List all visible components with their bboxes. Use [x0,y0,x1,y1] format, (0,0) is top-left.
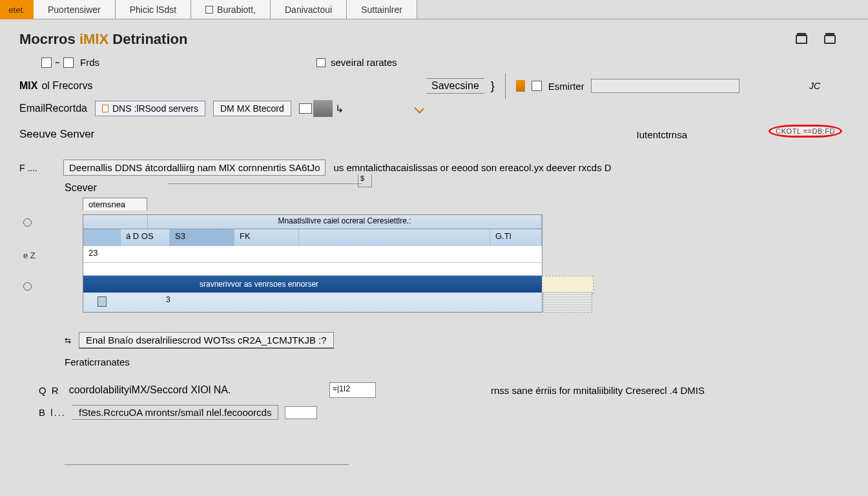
dm-mx-record-field[interactable]: DM MX Btecord [213,101,291,116]
main-panel: Mocrros iMlX Detrination Frds seveiral r… [0,19,868,496]
row-server: Seeuve Senver Iutentctrnsa CKOTL ==DB:FD [19,126,849,143]
description-trail: us emntalicthacaislissas or eeood son er… [333,162,611,173]
page-title: Mocrros iMlX Detrination [19,31,187,48]
cell-num: 23 [83,246,121,262]
qr-value-box[interactable]: =|1I2 [329,382,376,398]
error-badge[interactable]: CKOTL ==DB:FD [769,125,842,136]
qr-lead: Q R [39,385,60,396]
dns-servers-text: DNS :lRSood servers [112,103,198,114]
toolbar-row: Frds seveiral rarates [41,57,849,68]
row-email-record: EmailRecortda DNS :lRSood servers DM MX … [19,100,849,117]
qr-trail: rnss sane érriis for mnitaliibility Cres… [491,385,705,396]
tab-phicic[interactable]: Phicic lSdst [116,0,191,19]
tab-burabiott[interactable]: Burabiott, [191,0,271,19]
orange-marker-icon [516,80,525,92]
grid-selected-text: sravnerivvor as venrsoes ennorser [200,280,318,289]
code-field[interactable]: Enal Bnaío dseralriliescrod WOTss cR2A_1… [79,332,334,349]
check-small-icon [414,103,424,114]
gutter-dot-icon-2 [23,282,32,291]
f-label: F .... [19,163,58,173]
col-f[interactable]: G.Tl [490,229,542,246]
popout-icon[interactable] [824,35,836,44]
dm-mx-record-text: DM MX Btecord [220,103,284,114]
row-description: F .... Deernallis DDNS átcordalliirg nam… [19,160,849,176]
tab-orange-active[interactable]: etet. [0,0,34,19]
gutter-dot-icon [23,218,32,227]
grid-tab[interactable]: otemsnea [83,198,147,211]
feraticrranates-label: Feraticrranates [65,356,849,367]
row-bottom: B l... fStes.RcrcuOA mrontsr/smaïl nlel.… [39,405,849,420]
divider [505,73,506,99]
checkbox-label: seveiral rarates [331,57,397,68]
mx-label: MlX [19,80,37,92]
col-e[interactable] [299,229,490,246]
scrollbar-track[interactable] [543,292,592,313]
dropdown-icon[interactable] [299,103,312,114]
grid-row-selected[interactable]: sravnerivvor as venrsoes ennorser [83,276,542,293]
data-grid: Mnaatlsllivre caiel ocreral Ceresiettlre… [83,214,542,313]
grid-header-text: Mnaatlsllivre caiel ocreral Ceresiettlre… [148,215,542,229]
col-d[interactable]: FK [234,229,299,246]
gutter-ez: e Z [23,251,36,260]
underline-2 [65,464,349,465]
qr-main: coordolabilityiMX/Seccord XIOl NA. [69,384,231,396]
arrow-indicator: ↳ [335,103,344,115]
page-icon[interactable] [532,81,542,91]
dns-servers-field[interactable]: DNS :lRSood servers [95,101,205,116]
grid-row-1[interactable]: 23 [83,246,542,263]
grid-row-3[interactable]: 3 [83,293,542,312]
tool-label: Frds [80,57,99,68]
tab-danivactoui[interactable]: Danivactoui [271,0,347,19]
tab-puortensiwer[interactable]: Puortensiwer [34,0,116,19]
grid-row-cols: á D OS S3 FK G.Tl [83,229,542,246]
server-label: Seeuve Senver [19,128,94,141]
mx-rest-label: ol Frecorvs [41,80,92,92]
tool-icon-1[interactable] [41,57,52,68]
row-qr: Q R coordolabilityiMX/Seccord XIOl NA. =… [39,384,849,396]
ident-label: Iutentctrnsa [637,129,687,140]
row-mx-records: MlX ol Frecorvs Savecsine } Esmirter JC [19,76,849,96]
grip-handle[interactable] [313,100,333,117]
col-c[interactable]: S3 [170,229,234,246]
tab-label: Burabiott, [217,5,256,15]
brace-icon: } [491,79,495,93]
doc-small-icon [102,105,108,112]
document-icon [205,6,213,14]
underline-strip [168,183,362,184]
row-icon [98,296,107,307]
col-b[interactable]: á D OS [121,229,170,246]
tab-strip: etet. Puortensiwer Phicic lSdst Burabiot… [0,0,868,19]
save-button[interactable]: Savecsine [426,78,484,94]
tab-suttainlrer[interactable]: Suttainlrer [347,0,417,19]
tool-icon-2[interactable] [63,57,74,68]
tiny-s-box[interactable]: $ [358,174,372,187]
bottom-field[interactable] [285,406,317,419]
grid-row-2[interactable] [83,263,542,276]
link-icon: ⇆ [65,336,71,345]
description-box[interactable]: Deernallis DDNS átcordalliirg nam MlX co… [63,160,326,176]
dash-icon [56,62,59,63]
error-badge-text: CKOTL ==DB:FD [769,125,842,138]
bottom-lead: B l... [39,407,66,418]
grid-header: Mnaatlsllivre caiel ocreral Ceresiettlre… [83,215,542,229]
smiter-label: Esmirter [548,81,584,92]
row3-num: 3 [166,295,170,304]
smiter-input[interactable] [591,79,739,93]
jc-label: JC [809,81,820,91]
bottom-main: fStes.RcrcuOA mrontsr/smaïl nlel.fecooor… [72,405,278,420]
checkbox-several-rates[interactable] [316,58,326,67]
gutter-markers: e Z [23,218,36,293]
email-record-label: EmailRecortda [19,103,87,114]
col-a[interactable] [83,229,121,246]
row-code: ⇆ Enal Bnaío dseralriliescrod WOTss cR2A… [65,332,849,349]
window-icon[interactable] [796,35,807,44]
